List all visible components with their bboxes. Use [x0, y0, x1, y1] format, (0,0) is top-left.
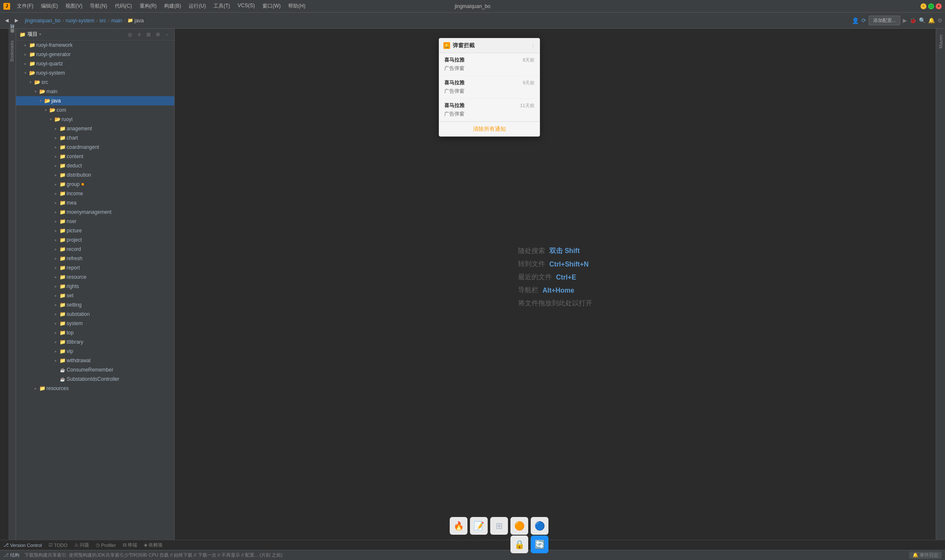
tree-item-group[interactable]: 📁 group	[16, 180, 174, 189]
activity-bookmarks[interactable]: Bookmarks	[9, 39, 15, 63]
tree-item-top[interactable]: 📁 top	[16, 328, 174, 337]
dependencies-button[interactable]: ◈ 依赖项	[142, 541, 164, 549]
tree-item-record[interactable]: 📁 record	[16, 245, 174, 254]
menu-navigate[interactable]: 导航(N)	[86, 2, 111, 11]
add-config-button[interactable]: 添加配置...	[869, 16, 900, 25]
popup-scroll[interactable]: 喜马拉雅 8天前 广告弹窗 喜马拉雅 9天前 广告弹窗 喜马拉雅 11天前 广告…	[439, 53, 540, 121]
clear-notifications-button[interactable]: 清除所有通知	[473, 125, 506, 133]
tree-item-income[interactable]: 📁 income	[16, 189, 174, 198]
breadcrumb-main[interactable]: main	[111, 18, 122, 24]
run-button[interactable]: ▶	[903, 17, 907, 24]
menu-file[interactable]: 文件(F)	[14, 2, 37, 11]
tree-item-ruoyi-quartz[interactable]: 📁 ruoyi-quartz	[16, 59, 174, 68]
tree-item-java[interactable]: 📂 java	[16, 96, 174, 105]
tree-item-project[interactable]: 📁 project	[16, 235, 174, 245]
activity-favorites[interactable]: 收藏夹	[8, 35, 16, 38]
activity-structure[interactable]: 结构	[8, 30, 16, 34]
tree-item-content[interactable]: 📁 content	[16, 152, 174, 161]
menu-code[interactable]: 代码(C)	[111, 2, 135, 11]
terminal-button[interactable]: ⊟ 终端	[121, 541, 139, 549]
minimize-button[interactable]: −	[921, 3, 926, 9]
tree-item-mea[interactable]: 📁 mea	[16, 198, 174, 207]
search-button[interactable]: 🔍	[919, 17, 926, 24]
tree-item-substation-controller[interactable]: ☕ SubstationIdsController	[16, 374, 174, 384]
sync-icon[interactable]: ⟳	[861, 17, 866, 24]
maximize-button[interactable]: □	[928, 3, 934, 9]
tree-item-ttlibrary[interactable]: 📁 ttlibrary	[16, 337, 174, 347]
tree-item-setting[interactable]: 📁 setting	[16, 300, 174, 310]
tree-item-com[interactable]: 📂 com	[16, 105, 174, 115]
hint-goto-label: 转到文件	[518, 260, 545, 269]
arrow-coardmangent	[53, 145, 58, 150]
notification-button[interactable]: 🔔	[928, 17, 935, 24]
tree-item-ruoyi-framework[interactable]: 📁 ruoyi-framework	[16, 40, 174, 50]
user-icon[interactable]: 👤	[852, 17, 859, 24]
tree-item-main[interactable]: 📂 main	[16, 87, 174, 96]
tree-item-ruoyi-system[interactable]: 📂 ruoyi-system	[16, 68, 174, 78]
panel-settings-button[interactable]: ⚙	[154, 31, 162, 38]
arrow-ruoyi-system	[23, 70, 28, 75]
tree-item-distribution[interactable]: 📁 distribution	[16, 170, 174, 180]
tree-item-anagement[interactable]: 📁 anagement	[16, 124, 174, 133]
app-icon-blue-circle[interactable]: 🔵	[531, 517, 548, 535]
tree-item-set[interactable]: 📁 set	[16, 291, 174, 300]
status-build-info[interactable]: 下载预构建共享索引: 使用预构建的JDK共享索引少节时间和 CPU 负载 // …	[24, 552, 283, 558]
tree-item-ruoyi[interactable]: 📂 ruoyi	[16, 115, 174, 124]
panel-locate-button[interactable]: ◎	[126, 31, 134, 38]
tree-item-refresh[interactable]: 📁 refresh	[16, 254, 174, 263]
menu-view[interactable]: 视图(V)	[62, 2, 86, 11]
tree-item-vip[interactable]: 📁 vip	[16, 347, 174, 356]
event-log-button[interactable]: 🔔 事件日志	[909, 552, 942, 559]
status-branch[interactable]: ⎇ 结构	[3, 552, 19, 558]
menu-tools[interactable]: 工具(T)	[210, 2, 233, 11]
menu-window[interactable]: 窗口(W)	[259, 2, 284, 11]
back-button[interactable]: ◀	[3, 16, 11, 24]
menu-edit[interactable]: 编辑(E)	[38, 2, 61, 11]
tree-item-chart[interactable]: 📁 chart	[16, 133, 174, 143]
version-control-button[interactable]: ⎇ Version Control	[2, 541, 43, 549]
menu-refactor[interactable]: 重构(R)	[136, 2, 160, 11]
tree-item-report[interactable]: 📁 report	[16, 263, 174, 272]
app-icon-flame[interactable]: 🔥	[450, 517, 467, 535]
tree-item-resources[interactable]: 📁 resources	[16, 384, 174, 393]
app-icon-sync[interactable]: 🔄	[531, 536, 548, 553]
settings-icon[interactable]: ⚙	[937, 17, 942, 24]
menu-vcs[interactable]: VCS(S)	[234, 2, 258, 11]
menu-run[interactable]: 运行(U)	[185, 2, 209, 11]
todo-button[interactable]: ☑ TODO	[47, 541, 69, 549]
forward-button[interactable]: ▶	[12, 16, 21, 24]
tree-item-substation[interactable]: 📁 substation	[16, 310, 174, 319]
panel-split-button[interactable]: ⊞	[145, 31, 152, 38]
app-icon-lock[interactable]: 🔒	[510, 536, 528, 553]
problems-button[interactable]: ⚠ 问题	[73, 541, 91, 549]
tree-item-ruoyi-generator[interactable]: 📁 ruoyi-generator	[16, 50, 174, 59]
tree-item-deduct[interactable]: 📁 deduct	[16, 161, 174, 170]
panel-collapse-button[interactable]: ≡	[135, 31, 143, 38]
app-icon-orange[interactable]: 🟠	[510, 517, 528, 535]
tree-item-system[interactable]: 📁 system	[16, 319, 174, 328]
breadcrumb-src[interactable]: src	[100, 18, 106, 24]
tree-item-moenymanagement[interactable]: 📁 moenymanagement	[16, 207, 174, 217]
close-button[interactable]: ×	[936, 3, 942, 9]
folder-icon-resources: 📁	[39, 386, 45, 391]
tree-item-src[interactable]: 📂 src	[16, 78, 174, 87]
menu-build[interactable]: 构建(B)	[161, 2, 184, 11]
debug-button[interactable]: 🐞	[910, 17, 916, 24]
tree-item-rights[interactable]: 📁 rights	[16, 282, 174, 291]
panel-close-button[interactable]: −	[163, 31, 171, 38]
tree-item-nser[interactable]: 📁 nser	[16, 217, 174, 226]
app-icon-note[interactable]: 📝	[470, 517, 488, 535]
tree-item-withdrawal[interactable]: 📁 withdrawal	[16, 356, 174, 365]
app-icon-grid[interactable]: ⊞	[490, 517, 508, 535]
breadcrumb-project[interactable]: jingmaiquan_bo	[25, 18, 61, 24]
tree-item-picture[interactable]: 📁 picture	[16, 226, 174, 235]
menu-help[interactable]: 帮助(H)	[285, 2, 309, 11]
breadcrumb-module[interactable]: ruoyi-system	[66, 18, 94, 24]
panel-chevron-icon[interactable]: ▾	[39, 32, 41, 36]
maven-label[interactable]: Maven	[937, 32, 944, 51]
tree-item-coardmangent[interactable]: 📁 coardmangent	[16, 143, 174, 152]
tree-item-consume-remember[interactable]: ☕ ConsumeRemember	[16, 365, 174, 374]
tree-item-resource[interactable]: 📁 resource	[16, 272, 174, 282]
profiler-button[interactable]: ◷ Profiler	[94, 541, 118, 549]
breadcrumb-java[interactable]: 📁 java	[127, 18, 144, 24]
